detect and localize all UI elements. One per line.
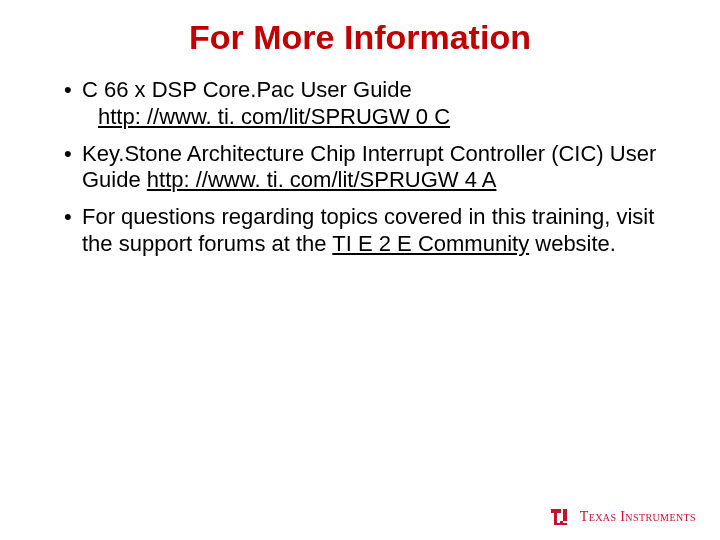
slide-body: C 66 x DSP Core.Pac User Guide http: //w… [0,77,720,258]
bullet-1: C 66 x DSP Core.Pac User Guide http: //w… [64,77,672,131]
bullet-3-text-b: website. [529,231,616,256]
ti-logo-icon [550,508,572,526]
bullet-3-link[interactable]: TI E 2 E Community [332,231,529,256]
footer-brand: Texas Instruments [580,509,696,525]
bullet-1-link[interactable]: http: //www. ti. com/lit/SPRUGW 0 C [98,104,450,129]
bullet-3: For questions regarding topics covered i… [64,204,672,258]
bullet-2: Key.Stone Architecture Chip Interrupt Co… [64,141,672,195]
slide-title: For More Information [0,0,720,77]
bullet-2-link[interactable]: http: //www. ti. com/lit/SPRUGW 4 A [147,167,497,192]
footer: Texas Instruments [550,508,696,526]
bullet-1-text: C 66 x DSP Core.Pac User Guide [82,77,412,102]
